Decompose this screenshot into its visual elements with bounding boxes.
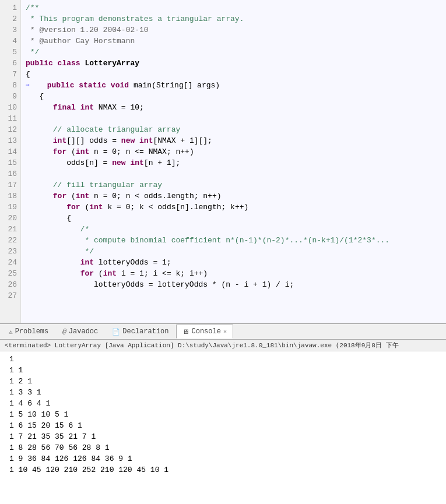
line-number: 10 (3, 102, 17, 113)
code-line: odds[n] = new int[n + 1]; (26, 157, 441, 168)
tab-problems[interactable]: ⚠Problems (2, 325, 55, 339)
line-number: 19 (3, 202, 17, 213)
console-row: 1 9 36 84 126 126 84 36 9 1 (9, 453, 437, 464)
line-number: 24 (3, 257, 17, 268)
line-number: 25 (3, 268, 17, 279)
code-token: NMAX = 10; (99, 102, 144, 113)
console-tab-close[interactable]: ✕ (223, 328, 227, 335)
code-token: ( (99, 268, 103, 279)
line-number: 11 (3, 113, 17, 124)
console-area: <terminated> LotteryArray [Java Applicat… (0, 340, 446, 504)
code-token: lotteryOdds = 1; (99, 257, 171, 268)
code-line: * @version 1.20 2004-02-10 (26, 24, 441, 36)
tabs-bar: ⚠Problems@Javadoc📄Declaration🖥Console✕ (0, 323, 446, 340)
code-token: /* (26, 224, 89, 235)
code-token: // fill triangular array (26, 179, 162, 191)
code-line (26, 113, 441, 124)
line-number: 23 (3, 246, 17, 257)
line-number: 15 (3, 157, 17, 168)
code-token: new (112, 157, 130, 168)
code-token: LotteryArray (85, 58, 139, 69)
code-token: ( (71, 146, 76, 157)
code-token: n = 0; n < odds.length; n++) (94, 191, 221, 202)
code-token (26, 268, 80, 279)
code-token: final (53, 102, 80, 113)
line-number: 8 (3, 80, 17, 91)
code-token: public (26, 58, 58, 69)
code-line: */ (26, 246, 441, 257)
line-number: 9 (3, 91, 17, 102)
declaration-tab-label: Declaration (122, 327, 168, 336)
console-row: 1 5 10 10 5 1 (9, 409, 437, 420)
code-token: { (26, 69, 30, 80)
code-token: */ (26, 47, 39, 58)
console-row: 1 4 6 4 1 (9, 398, 437, 409)
code-token: lotteryOdds = lotteryOdds * (n - i + 1) … (26, 279, 294, 290)
line-number: 2 (3, 13, 17, 24)
code-token: for (66, 202, 85, 213)
code-token: int (80, 102, 99, 113)
code-token: [][] odds = (66, 135, 121, 146)
code-line: for (int n = 0; n < odds.length; n++) (26, 191, 441, 202)
code-line: for (int n = 0; n <= NMAX; n++) (26, 146, 441, 157)
code-line: */ (26, 47, 441, 58)
code-token: // allocate triangular array (26, 124, 180, 135)
line-number: 12 (3, 124, 17, 135)
console-row: 1 1 (9, 365, 437, 376)
console-row: 1 3 3 1 (9, 387, 437, 398)
console-output: 11 11 2 11 3 3 11 4 6 4 11 5 10 10 5 11 … (0, 351, 446, 504)
console-row: 1 6 15 20 15 6 1 (9, 420, 437, 431)
line-number: 20 (3, 213, 17, 224)
code-line: * This program demonstrates a triangular… (26, 13, 441, 24)
code-token: * @author Cay Horstmann (26, 36, 135, 47)
code-line: * compute binomial coefficient n*(n-1)*(… (26, 235, 441, 246)
breakpoint-arrow: ⇒ (26, 80, 33, 91)
code-token: */ (26, 246, 94, 257)
tab-console[interactable]: 🖥Console✕ (176, 325, 233, 339)
code-token: * @version 1.20 2004-02-10 (26, 24, 149, 36)
code-token: new (121, 135, 139, 146)
line-number: 5 (3, 47, 17, 58)
code-line: { (26, 91, 441, 102)
tab-declaration[interactable]: 📄Declaration (106, 325, 175, 339)
line-number: 14 (3, 146, 17, 157)
line-number: 16 (3, 168, 17, 179)
code-line: ⇒ public static void main(String[] args) (26, 80, 441, 91)
code-token: i = 1; i <= k; i++) (121, 268, 208, 279)
tab-javadoc[interactable]: @Javadoc (56, 325, 104, 339)
code-line (26, 290, 441, 301)
line-number: 6 (3, 58, 17, 69)
code-token (26, 146, 53, 157)
code-token: ( (71, 191, 76, 202)
code-line: * @author Cay Horstmann (26, 36, 441, 47)
line-number: 7 (3, 69, 17, 80)
code-line: public class LotteryArray (26, 58, 441, 69)
code-token: for (80, 268, 99, 279)
code-token: ( (85, 202, 89, 213)
console-row: 1 (9, 354, 437, 365)
code-token: int (130, 157, 143, 168)
code-token (26, 202, 66, 213)
javadoc-tab-icon: @ (62, 328, 66, 335)
code-token (33, 80, 47, 91)
code-line: for (int k = 0; k < odds[n].length; k++) (26, 202, 441, 213)
code-token: /** (26, 2, 39, 13)
code-line: // fill triangular array (26, 179, 441, 191)
code-line: { (26, 213, 441, 224)
code-token: main(String[] args) (134, 80, 220, 91)
code-line: // allocate triangular array (26, 124, 441, 135)
console-tab-icon: 🖥 (182, 328, 189, 336)
line-number: 18 (3, 191, 17, 202)
code-token: for (53, 146, 71, 157)
code-line: int[][] odds = new int[NMAX + 1][]; (26, 135, 441, 146)
declaration-tab-icon: 📄 (112, 328, 120, 336)
line-number: 26 (3, 279, 17, 290)
line-number: 1 (3, 2, 17, 13)
code-token: int (89, 202, 107, 213)
line-number: 21 (3, 224, 17, 235)
code-content[interactable]: /** * This program demonstrates a triang… (21, 0, 446, 323)
code-token: { (26, 91, 44, 102)
code-token: int (76, 146, 94, 157)
code-token: int (80, 257, 99, 268)
code-line: final int NMAX = 10; (26, 102, 441, 113)
